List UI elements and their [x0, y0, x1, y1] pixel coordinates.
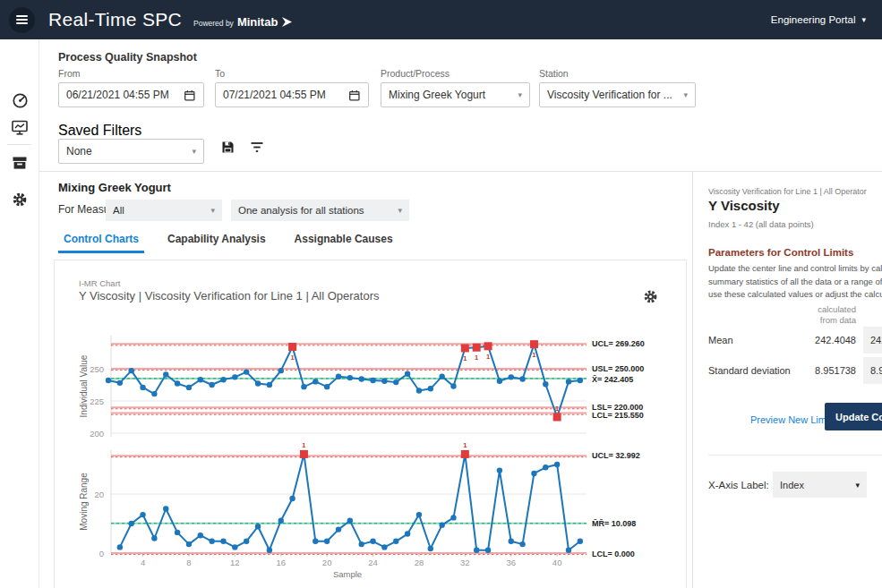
sidebar [0, 39, 39, 588]
chevron-down-icon: ▾ [861, 15, 866, 24]
svg-text:20: 20 [322, 558, 332, 567]
from-date-input[interactable] [66, 89, 184, 101]
menu-button[interactable] [9, 7, 35, 33]
filter-section: Process Quality Snapshot From To [39, 39, 882, 172]
preview-new-limits-link[interactable]: Preview New Limits [750, 414, 836, 425]
parameters-section-title: Parameters for Control Limits [708, 247, 853, 258]
saved-filters-group: Saved Filters None ▾ [58, 123, 204, 164]
monitor-chart-icon [11, 119, 29, 136]
calendar-icon[interactable] [184, 89, 196, 102]
app-title: Real-Time SPC [48, 9, 182, 30]
tab-capability-analysis[interactable]: Capability Analysis [162, 232, 271, 253]
gear-icon [643, 289, 658, 304]
analysis-mode-select[interactable]: One analysis for all stations ▾ [231, 200, 409, 221]
svg-text:Individual Value: Individual Value [79, 354, 89, 417]
svg-text:36: 36 [506, 558, 516, 567]
process-title: Mixing Greek Yogurt [58, 181, 171, 194]
svg-text:M̄R̄= 10.098: M̄R̄= 10.098 [592, 519, 636, 528]
svg-text:4: 4 [141, 558, 145, 567]
svg-text:200: 200 [90, 429, 104, 439]
to-date-input[interactable] [223, 89, 348, 101]
portal-label: Engineering Portal [771, 14, 856, 25]
mean-row-label: Mean [708, 335, 733, 345]
app-title-group: Real-Time SPC Powered by Minitab [48, 9, 293, 30]
powered-by-label: Powered by [193, 19, 234, 28]
chevron-down-icon: ▾ [210, 206, 215, 215]
station-label: Station [539, 68, 696, 79]
svg-text:1: 1 [463, 354, 467, 362]
filter-options-button[interactable] [246, 136, 268, 158]
stddev-row-label: Standard deviation [708, 365, 791, 376]
station-field-group: Station Viscosity Verification for ... ▾ [539, 68, 696, 107]
to-label: To [215, 68, 369, 79]
svg-text:1: 1 [475, 354, 478, 362]
chevron-down-icon: ▾ [683, 90, 688, 99]
panel-title: Y Viscosity [708, 198, 780, 213]
saved-filters-select[interactable]: None ▾ [58, 139, 204, 164]
svg-text:40: 40 [552, 558, 562, 567]
stddev-input[interactable] [863, 357, 882, 384]
svg-text:1: 1 [532, 351, 535, 359]
chart-type-label: I-MR Chart [79, 278, 120, 288]
analysis-tabs: Control Charts Capability Analysis Assig… [58, 232, 398, 253]
sidebar-item-dashboard[interactable] [7, 88, 32, 113]
chevron-down-icon: ▾ [855, 481, 860, 490]
sidebar-item-charts[interactable] [7, 115, 32, 140]
chart-title: Y Viscosity | Viscosity Verification for… [79, 289, 380, 303]
moving-range-chart: 200Moving Range481216202428323640Sample1… [79, 441, 640, 579]
filter-icon [250, 141, 264, 154]
svg-text:UCL= 32.992: UCL= 32.992 [592, 451, 640, 460]
to-date-field-group: To [215, 68, 369, 107]
analysis-section: Mixing Greek Yogurt For Measure: All ▾ O… [39, 173, 692, 271]
update-control-limits-button[interactable]: Update Control Limits [825, 403, 882, 430]
tab-control-charts[interactable]: Control Charts [58, 232, 144, 253]
sidebar-item-settings[interactable] [7, 187, 32, 212]
gear-icon [12, 192, 28, 208]
calculated-column-header: calculated from data [792, 304, 856, 326]
svg-text:8: 8 [186, 558, 191, 567]
parameters-description: Update the center line and control limit… [708, 262, 882, 302]
svg-text:1: 1 [463, 441, 467, 449]
chevron-down-icon: ▾ [192, 147, 196, 156]
svg-text:16: 16 [276, 558, 286, 567]
saved-filters-label: Saved Filters [58, 123, 141, 138]
archive-box-icon [12, 155, 28, 171]
sidebar-divider [7, 144, 31, 145]
tab-assignable-causes[interactable]: Assignable Causes [289, 232, 398, 253]
portal-menu[interactable]: Engineering Portal ▾ [771, 14, 866, 25]
from-label: From [58, 68, 204, 79]
svg-text:28: 28 [415, 558, 424, 567]
details-panel: Viscosity Verification for Line 1 | All … [692, 172, 882, 588]
svg-text:UCL= 269.260: UCL= 269.260 [592, 339, 645, 348]
sidebar-item-archive[interactable] [7, 150, 32, 175]
svg-text:1: 1 [555, 405, 559, 413]
measure-select[interactable]: All ▾ [106, 200, 222, 221]
svg-text:20: 20 [94, 490, 104, 499]
chevron-down-icon: ▾ [518, 90, 522, 99]
brand-name: Minitab [237, 15, 278, 29]
from-date-field-group: From [58, 68, 204, 107]
product-process-select[interactable]: Mixing Greek Yogurt ▾ [381, 82, 530, 107]
svg-text:0: 0 [99, 549, 104, 558]
chevron-down-icon: ▾ [398, 206, 402, 215]
station-select[interactable]: Viscosity Verification for ... ▾ [539, 82, 696, 107]
save-filter-button[interactable] [217, 136, 238, 158]
panel-subtitle: Viscosity Verification for Line 1 | All … [708, 187, 882, 196]
panel-divider [708, 455, 882, 456]
real-time-spc-app: Real-Time SPC Powered by Minitab Enginee… [0, 0, 882, 588]
app-header: Real-Time SPC Powered by Minitab Enginee… [0, 0, 882, 39]
x-axis-select[interactable]: Index ▾ [773, 472, 867, 498]
section-title: Process Quality Snapshot [58, 51, 197, 64]
x-axis-label: X-Axis Label: [708, 480, 769, 490]
calendar-icon[interactable] [348, 89, 361, 102]
index-info: Index 1 - 42 (all data points) [708, 219, 814, 229]
product-process-field-group: Product/Process Mixing Greek Yogurt ▾ [381, 68, 530, 107]
gauge-icon [12, 92, 29, 109]
product-process-label: Product/Process [381, 68, 530, 79]
svg-text:250: 250 [90, 364, 104, 374]
minitab-logo-icon [282, 17, 293, 27]
svg-text:1: 1 [291, 354, 295, 362]
mean-input[interactable] [863, 327, 882, 354]
chart-settings-button[interactable] [641, 287, 659, 305]
svg-text:1: 1 [302, 441, 305, 449]
